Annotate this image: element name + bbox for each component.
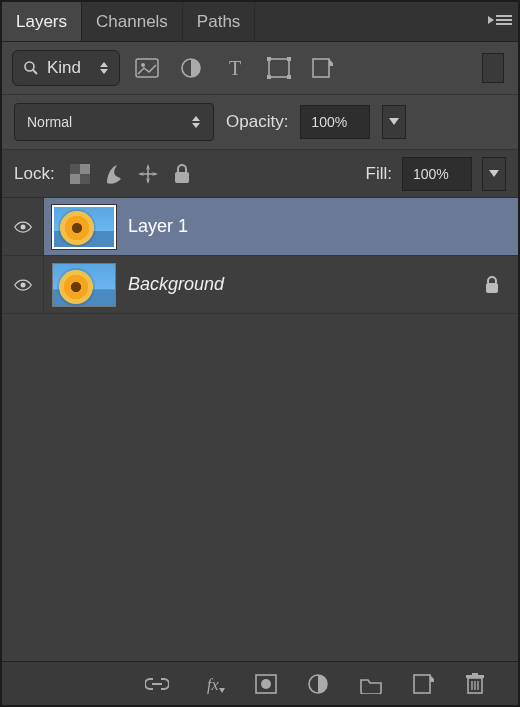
lock-all-icon[interactable]	[171, 163, 193, 185]
eye-icon	[13, 220, 33, 234]
svg-marker-18	[192, 116, 200, 121]
svg-marker-19	[192, 123, 200, 128]
layer-effects-button[interactable]: fx	[199, 674, 225, 694]
svg-marker-0	[488, 16, 494, 24]
chevron-updown-icon	[99, 60, 109, 76]
svg-rect-2	[496, 19, 512, 21]
filter-shape-icon[interactable]	[266, 55, 292, 81]
blend-mode-select[interactable]: Normal	[14, 103, 214, 141]
svg-rect-23	[80, 174, 90, 184]
new-group-button[interactable]	[359, 674, 383, 694]
layer-lock-icon	[484, 276, 500, 294]
panel-tab-bar: Layers Channels Paths	[2, 2, 518, 42]
svg-rect-17	[313, 59, 329, 77]
svg-rect-1	[496, 15, 512, 17]
svg-rect-45	[466, 675, 484, 678]
opacity-dropdown[interactable]	[382, 105, 406, 139]
svg-marker-7	[100, 69, 108, 74]
filter-pixel-icon[interactable]	[134, 55, 160, 81]
layer-filter-bar: Kind T	[2, 42, 518, 95]
filter-kind-select[interactable]: Kind	[12, 50, 120, 86]
panel-menu-button[interactable]	[488, 12, 512, 28]
svg-marker-6	[100, 62, 108, 67]
svg-marker-36	[219, 688, 225, 693]
fill-dropdown[interactable]	[482, 157, 506, 191]
filter-smartobject-icon[interactable]	[310, 55, 336, 81]
layers-list: Layer 1 Background	[2, 198, 518, 661]
search-icon	[23, 60, 39, 76]
svg-point-38	[261, 679, 271, 689]
add-mask-button[interactable]	[255, 674, 277, 694]
lock-position-icon[interactable]	[137, 163, 159, 185]
new-layer-button[interactable]	[413, 674, 435, 694]
chevron-updown-icon	[191, 114, 201, 130]
svg-point-32	[20, 224, 25, 229]
filter-kind-label: Kind	[47, 58, 81, 78]
filter-adjustment-icon[interactable]	[178, 55, 204, 81]
tab-layers[interactable]: Layers	[2, 2, 82, 41]
filter-type-icons: T	[134, 55, 336, 81]
eye-icon	[13, 278, 33, 292]
svg-rect-8	[136, 59, 158, 77]
layer-row[interactable]: Background	[2, 256, 518, 314]
layers-panel: Layers Channels Paths Kind	[0, 0, 520, 707]
opacity-value: 100%	[311, 114, 347, 130]
lock-fill-row: Lock: Fill: 100%	[2, 150, 518, 198]
filter-toggle-switch[interactable]	[482, 53, 504, 83]
svg-rect-40	[414, 675, 430, 693]
fill-label: Fill:	[366, 164, 392, 184]
svg-marker-31	[489, 170, 499, 177]
blend-opacity-row: Normal Opacity: 100%	[2, 95, 518, 150]
new-adjustment-button[interactable]	[307, 673, 329, 695]
opacity-label: Opacity:	[226, 112, 288, 132]
tab-paths[interactable]: Paths	[183, 2, 255, 41]
svg-line-5	[33, 70, 37, 74]
panel-menu-icon	[488, 12, 512, 28]
svg-rect-13	[267, 57, 271, 61]
svg-rect-30	[175, 172, 189, 183]
layer-thumbnail[interactable]	[52, 263, 116, 307]
layer-row[interactable]: Layer 1	[2, 198, 518, 256]
svg-text:fx: fx	[207, 676, 219, 694]
svg-rect-14	[287, 57, 291, 61]
svg-rect-34	[486, 283, 498, 293]
svg-point-33	[20, 282, 25, 287]
layer-name[interactable]: Layer 1	[128, 216, 188, 237]
tab-channels[interactable]: Channels	[82, 2, 183, 41]
filter-type-text-icon[interactable]: T	[222, 55, 248, 81]
svg-rect-22	[70, 164, 80, 174]
fill-value: 100%	[413, 166, 449, 182]
svg-text:T: T	[229, 57, 241, 79]
delete-layer-button[interactable]	[465, 673, 485, 695]
lock-label: Lock:	[14, 164, 55, 184]
svg-rect-3	[496, 23, 512, 25]
lock-image-icon[interactable]	[103, 163, 125, 185]
svg-point-9	[141, 63, 145, 67]
svg-rect-46	[472, 673, 478, 675]
svg-rect-15	[267, 75, 271, 79]
svg-rect-12	[269, 59, 289, 77]
visibility-toggle[interactable]	[2, 256, 44, 313]
opacity-field[interactable]: 100%	[300, 105, 370, 139]
svg-marker-20	[389, 118, 399, 125]
visibility-toggle[interactable]	[2, 198, 44, 255]
svg-point-4	[25, 62, 34, 71]
chevron-down-icon	[389, 118, 399, 126]
link-layers-button[interactable]	[145, 676, 169, 692]
layer-name[interactable]: Background	[128, 274, 224, 295]
blend-mode-value: Normal	[27, 114, 72, 130]
svg-rect-16	[287, 75, 291, 79]
lock-transparency-icon[interactable]	[69, 163, 91, 185]
fill-field[interactable]: 100%	[402, 157, 472, 191]
layer-thumbnail[interactable]	[52, 205, 116, 249]
chevron-down-icon	[489, 170, 499, 178]
layers-footer: fx	[2, 661, 518, 705]
